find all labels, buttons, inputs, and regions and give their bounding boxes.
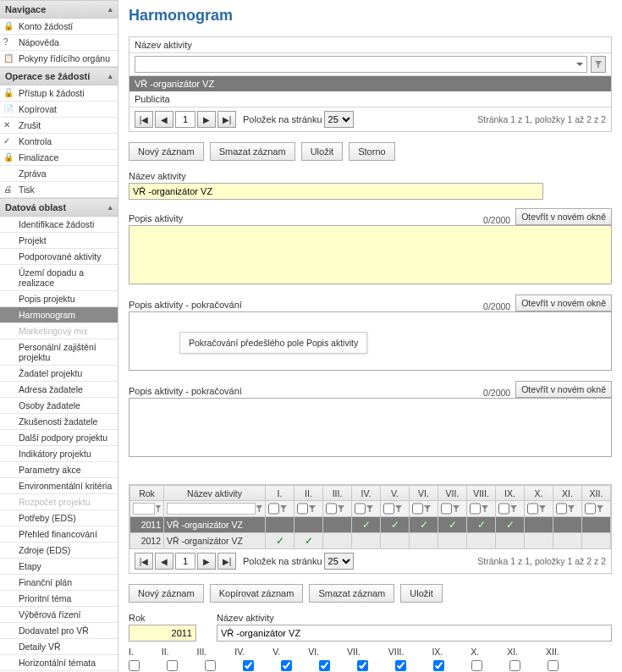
sidebar-item[interactable]: Indikátory projektu [0,446,118,462]
page-last-button-2[interactable]: ▶| [217,553,236,570]
page-prev-button-2[interactable]: ◀ [155,553,173,570]
open-window-button-2[interactable]: Otevřít v novém okně [515,295,612,311]
grid-filter-check[interactable] [268,503,279,515]
grid-header[interactable]: X. [525,486,553,501]
sidebar-item[interactable]: Popis projektu [0,291,118,307]
grid-header[interactable]: V. [381,486,410,501]
filter-icon[interactable] [539,505,546,512]
month-checkbox[interactable] [433,660,444,671]
sidebar-item[interactable]: Zdroje (EDS) [0,543,118,559]
grid-filter-check[interactable] [355,503,366,515]
filter-icon[interactable] [366,505,373,512]
new-record-button-2[interactable]: Nový záznam [129,584,204,603]
subheader-publicita[interactable]: Publicita [135,94,170,104]
nav-section-header[interactable]: Datová oblast▴ [0,198,118,217]
month-checkbox[interactable] [281,660,292,671]
storno-button[interactable]: Storno [349,142,394,161]
page-input-2[interactable] [175,553,195,570]
sidebar-item[interactable]: ?Nápověda [0,35,118,51]
sidebar-item[interactable]: Žadatel projektu [0,366,118,382]
sidebar-item[interactable]: Osoby žadatele [0,398,118,414]
sidebar-item[interactable]: Přehled financování [0,526,118,543]
month-checkbox[interactable] [243,660,254,671]
sidebar-item[interactable]: Adresa žadatele [0,382,118,398]
sidebar-item[interactable]: Prioritní téma [0,591,118,607]
sidebar-item[interactable]: Území dopadu a realizace [0,265,118,291]
month-checkbox[interactable] [509,660,520,671]
grid-filter-check[interactable] [527,503,538,515]
sidebar-item[interactable]: 📋Pokyny řídícího orgánu [0,51,118,67]
per-page-select[interactable]: 25 [324,111,354,128]
delete-record-button[interactable]: Smazat záznam [210,142,295,161]
sidebar-item[interactable]: Další podpory projektu [0,430,118,446]
filter-icon[interactable] [309,505,316,512]
activity-name-input[interactable] [129,183,543,200]
page-prev-button[interactable]: ◀ [155,111,173,128]
grid-header[interactable]: VIII. [467,486,496,501]
grid-filter-input[interactable] [167,503,256,515]
grid-header[interactable]: VII. [438,486,467,501]
sidebar-item[interactable]: Projekt [0,233,118,249]
grid-filter-check[interactable] [441,503,452,515]
filter-icon[interactable] [156,505,161,512]
sidebar-item[interactable]: ✕Zrušit [0,118,118,134]
filter-icon[interactable] [280,505,287,512]
rok-input[interactable] [129,625,196,642]
filter-icon[interactable] [510,505,517,512]
table-row[interactable]: 2011VŘ -organizátor VZ✓✓✓✓✓✓ [130,517,611,533]
new-record-button[interactable]: Nový záznam [129,142,204,161]
sidebar-item[interactable]: Zkušenosti žadatele [0,414,118,430]
sidebar-item[interactable]: Personální zajištění projektu [0,339,118,366]
sidebar-item[interactable]: 🖨Tisk [0,182,118,198]
table-row[interactable]: 2012VŘ -organizátor VZ✓✓ [130,533,611,549]
sidebar-item[interactable]: Výběrová řízení [0,607,118,623]
grid-header[interactable]: I. [266,486,294,501]
nav-section-header[interactable]: Operace se žádostí▴ [0,67,118,85]
sidebar-item[interactable]: 🔒Finalizace [0,150,118,166]
filter-icon[interactable] [256,505,262,512]
sidebar-item[interactable]: Dodavatel pro VŘ [0,623,118,639]
page-last-button[interactable]: ▶| [217,111,236,128]
sidebar-item[interactable]: Environmentální kritéria [0,478,118,494]
grid-header[interactable]: Rok [130,486,164,501]
copy-record-button[interactable]: Kopírovat záznam [210,584,304,603]
page-input[interactable] [175,111,195,128]
sidebar-item[interactable]: ✓Kontrola [0,134,118,150]
month-checkbox[interactable] [319,660,330,671]
grid-filter-check[interactable] [585,503,596,515]
grid-filter-check[interactable] [297,503,308,515]
month-checkbox[interactable] [167,660,178,671]
filter-icon[interactable] [395,505,402,512]
filter-icon[interactable] [568,505,575,512]
sidebar-item[interactable]: Etapy [0,559,118,575]
filter-icon[interactable] [597,505,603,512]
grid-header[interactable]: IX. [496,486,525,501]
filter-icon[interactable] [338,505,344,512]
per-page-select-2[interactable]: 25 [324,553,354,570]
month-checkbox[interactable] [471,660,482,671]
sidebar-item[interactable]: Parametry akce [0,462,118,478]
sidebar-item[interactable]: Identifikace žádosti [0,217,118,233]
month-checkbox[interactable] [548,660,559,671]
sidebar-item[interactable]: 🔒Konto žádostí [0,19,118,35]
grid-filter-input[interactable] [133,503,155,515]
sidebar-item[interactable]: Detaily VŘ [0,639,118,655]
sidebar-item[interactable]: Horizontální témata [0,655,118,671]
filter-icon[interactable] [482,505,488,512]
grid-filter-check[interactable] [383,503,394,515]
month-checkbox[interactable] [205,660,216,671]
page-first-button[interactable]: |◀ [135,111,153,128]
month-checkbox[interactable] [129,660,140,671]
subheader-vz[interactable]: VŘ -organizátor VZ [129,76,611,91]
filter-icon[interactable] [424,505,431,512]
sidebar-item[interactable]: Zpráva [0,166,118,182]
grid-header[interactable]: II. [294,486,323,501]
desc-cont-textarea-2[interactable] [129,398,612,457]
sidebar-item[interactable]: 🔓Přístup k žádosti [0,85,118,102]
page-first-button-2[interactable]: |◀ [135,553,153,570]
grid-header[interactable]: XII. [582,486,611,501]
grid-header[interactable]: VI. [410,486,438,501]
sidebar-item[interactable]: Potřeby (EDS) [0,510,118,526]
sidebar-item[interactable]: Harmonogram [0,307,118,323]
grid-header[interactable]: IV. [352,486,381,501]
